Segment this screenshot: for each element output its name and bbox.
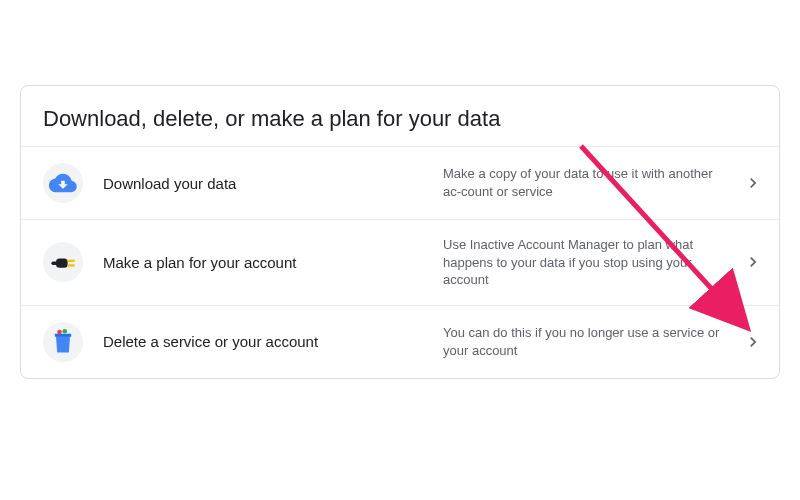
svg-rect-2 — [68, 260, 75, 262]
row-title: Delete a service or your account — [103, 333, 443, 350]
svg-rect-1 — [51, 262, 57, 266]
row-description: Make a copy of your data to use it with … — [443, 165, 741, 200]
card-title: Download, delete, or make a plan for you… — [21, 86, 779, 146]
delete-service-row[interactable]: Delete a service or your account You can… — [21, 305, 779, 378]
power-plug-icon — [43, 242, 83, 282]
cloud-download-icon — [43, 163, 83, 203]
download-data-row[interactable]: Download your data Make a copy of your d… — [21, 146, 779, 219]
svg-point-5 — [62, 329, 67, 334]
data-management-card: Download, delete, or make a plan for you… — [20, 85, 780, 379]
row-description: Use Inactive Account Manager to plan wha… — [443, 236, 741, 289]
chevron-right-icon — [741, 173, 765, 193]
chevron-right-icon — [741, 252, 765, 272]
svg-point-4 — [57, 329, 62, 334]
trash-bin-icon — [43, 322, 83, 362]
svg-rect-3 — [68, 265, 75, 267]
row-title: Make a plan for your account — [103, 254, 443, 271]
make-plan-row[interactable]: Make a plan for your account Use Inactiv… — [21, 219, 779, 305]
chevron-right-icon — [741, 332, 765, 352]
svg-rect-0 — [56, 259, 68, 268]
row-title: Download your data — [103, 175, 443, 192]
row-description: You can do this if you no longer use a s… — [443, 324, 741, 359]
